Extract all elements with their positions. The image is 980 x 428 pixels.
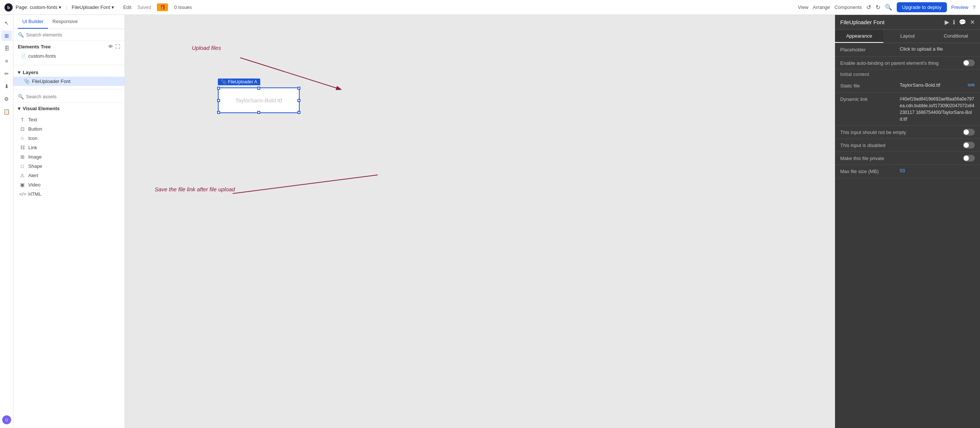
element-text[interactable]: T Text [13,115,124,124]
handle-ml[interactable] [217,99,220,102]
text-icon: T [19,117,25,123]
toggle-knob-2 [964,129,969,135]
search-button[interactable]: 🔍 [885,4,892,11]
arrange-button[interactable]: Arrange [813,5,830,10]
static-file-value[interactable]: TaylorSans-Bold.ttf [900,82,966,88]
tab-appearance[interactable]: Appearance [835,30,883,43]
rp-tabs: Appearance Layout Conditional [835,30,980,43]
rp-close-icon[interactable]: ✕ [970,19,975,26]
layers-tool[interactable]: ≡ [2,56,12,66]
elements-tree-section: Elements Tree 👁 ⛶ 📄 custom-fonts [13,41,124,63]
layers-section: ▾ Layers 📎 FileUploader Font [13,67,124,88]
page-chevron: ▾ [59,5,61,10]
main-layout: ↖ ⊞ 🗄 ≡ ✏ ⬇ ⚙ 📋 U UI Builder Responsive … [0,15,980,428]
tab-ui-builder[interactable]: UI Builder [18,15,48,29]
edit-button[interactable]: Edit [123,5,131,10]
image-icon: ⊞ [19,154,25,160]
autobinding-label: Enable auto-binding on parent element's … [840,60,939,66]
view-button[interactable]: View [798,5,808,10]
annotation-arrows [125,15,835,428]
canvas[interactable]: Upload files 📎 FileUploader A [125,15,835,428]
gift-button[interactable]: 🎁 [157,3,168,11]
topbar-right: View Arrange Components ↺ ↻ 🔍 Upgrade to… [798,2,975,12]
elements-tool[interactable]: ⊞ [2,30,12,41]
handle-bm[interactable] [257,111,260,114]
layer-file-icon: 📎 [24,78,30,84]
element-link[interactable]: ⛓ Link [13,143,124,152]
element-html-label: HTML [28,191,41,197]
handle-tm[interactable] [257,87,260,90]
element-video[interactable]: ▣ Video [13,180,124,189]
preview-button[interactable]: Preview [951,5,969,10]
settings-tool[interactable]: ⚙ [2,94,12,104]
private-toggle[interactable] [963,155,975,161]
upgrade-button[interactable]: Upgrade to deploy [897,2,947,12]
visual-elements-header[interactable]: ▾ Visual Elements [13,103,124,114]
divider-1 [13,65,124,65]
file-uploader-widget[interactable]: 📎 FileUploader A TaylorSans-Bold.ttf [218,88,300,113]
autobinding-toggle[interactable] [963,59,975,66]
layers-header[interactable]: ▾ Layers [13,68,124,77]
dynamic-link-label: Dynamic link [840,96,900,102]
undo-button[interactable]: ↺ [866,4,871,11]
element-video-label: Video [28,182,41,188]
panel-tabs: UI Builder Responsive [13,15,124,29]
notes-tool[interactable]: 📋 [2,107,12,117]
icon-icon: ☆ [19,136,25,141]
eye-icon[interactable]: 👁 [108,44,113,50]
components-button[interactable]: Components [835,5,862,10]
rp-row-max-file-size: Max file size (MB) 50 [835,165,980,178]
tree-file-item[interactable]: 📄 custom-fonts [18,52,120,60]
visual-elements-chevron: ▾ [18,106,21,111]
divider-2 [13,89,124,89]
disabled-label: This input is disabled [840,142,885,148]
workflow-selector[interactable]: FileUploader Font ▾ [72,5,114,10]
search-assets-input[interactable] [26,94,120,99]
tab-layout[interactable]: Layout [883,30,932,43]
element-image[interactable]: ⊞ Image [13,152,124,161]
toggle-knob-3 [964,142,969,148]
plugins-tool[interactable]: ⬇ [2,81,12,91]
rp-title: FileUploader Font [840,19,885,25]
redo-button[interactable]: ↻ [875,4,880,11]
search-elements-input[interactable] [26,32,120,38]
max-file-size-value[interactable]: 50 [900,168,975,173]
cursor-tool[interactable]: ↖ [2,18,12,28]
data-tool[interactable]: 🗄 [2,43,12,54]
workflow-name: FileUploader Font [72,5,110,10]
left-panel: UI Builder Responsive 🔍 Elements Tree 👁 … [13,15,125,428]
widget-label: 📎 FileUploader A [218,78,260,85]
workflow-chevron: ▾ [111,5,114,10]
handle-tl[interactable] [217,87,220,90]
element-alert[interactable]: ⚠ Alert [13,171,124,180]
tab-conditional[interactable]: Conditional [932,30,980,43]
tree-label-icons: 👁 ⛶ [108,44,120,50]
layer-item-file-uploader[interactable]: 📎 FileUploader Font [13,77,124,86]
dynamic-link-value[interactable]: //40ef19ad8419b692aef8aa56a0e797ea.cdn.b… [900,96,975,123]
not-empty-toggle[interactable] [963,129,975,136]
element-button[interactable]: ⊡ Button [13,124,124,134]
handle-br[interactable] [298,111,301,114]
expand-icon[interactable]: ⛶ [115,44,120,50]
rp-chat-icon[interactable]: 💬 [959,19,966,26]
handle-bl[interactable] [217,111,220,114]
placeholder-value[interactable]: Click to upload a file [900,46,975,52]
style-tool[interactable]: ✏ [2,69,12,79]
see-link[interactable]: see [968,82,975,88]
static-file-label: Static file [840,82,900,89]
handle-tr[interactable] [298,87,301,90]
rp-play-icon[interactable]: ▶ [945,19,949,26]
alert-icon: ⚠ [19,173,25,178]
rp-info-icon[interactable]: ℹ [953,19,955,26]
tab-responsive[interactable]: Responsive [48,15,82,29]
element-html[interactable]: </> HTML [13,189,124,199]
page-name: custom-fonts [30,5,57,10]
handle-mr[interactable] [298,99,301,102]
element-icon[interactable]: ☆ Icon [13,134,124,143]
element-shape[interactable]: □ Shape [13,161,124,171]
issues-button[interactable]: 0 issues [174,5,192,10]
page-selector[interactable]: Page: custom-fonts ▾ [16,5,61,10]
max-file-size-label: Max file size (MB) [840,168,900,174]
help-button[interactable]: ? [973,5,975,10]
disabled-toggle[interactable] [963,142,975,149]
